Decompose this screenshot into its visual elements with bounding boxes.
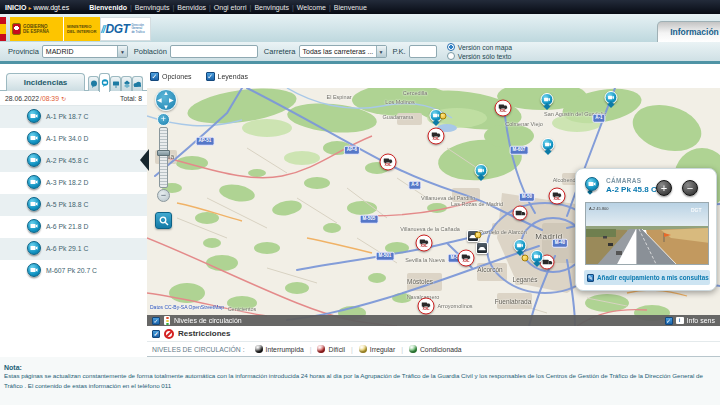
incident-list: A-1 Pk 18.7 CA-1 Pk 34.0 DA-2 Pk 45.8 CA… [0,106,147,282]
truck-restriction-sign[interactable]: XXL [428,128,445,145]
layers-icon [123,80,131,88]
carretera-select[interactable]: Todas las carreteras ...▼ [299,45,387,58]
incident-row[interactable]: A-5 Pk 18.8 C [0,194,147,216]
ministerio-label: MINISTERIODEL INTERIOR [67,24,96,35]
radio-version-mapa[interactable] [447,43,455,51]
map-magnifier-button[interactable] [155,212,172,229]
incident-row[interactable]: M-607 Pk 20.7 C [0,260,147,282]
tab-paneles[interactable] [110,76,121,91]
incident-row[interactable]: A-6 Pk 21.8 D [0,216,147,238]
camera-zoom-in-button[interactable]: + [656,180,672,196]
map-town-label: Sevilla la Nueva [405,257,444,263]
map-attribution: Datos CC-By-SA OpenStreetMap [150,304,224,310]
incident-dot[interactable] [440,113,447,120]
separator: | [292,4,294,11]
balloon-icon [90,80,98,88]
welcome-bar: INICIO ▸ www.dgt.es Bienvenido|Benvingut… [0,0,720,14]
separator: | [401,346,403,353]
footer-note: Nota: Estas páginas se actualizan consta… [0,357,720,405]
incident-row[interactable]: A-1 Pk 34.0 D [0,128,147,150]
opciones-checkbox[interactable]: ✓ [150,72,159,81]
camera-marker-icon [27,241,41,255]
vehicle-cluster-icon[interactable] [476,242,488,254]
leyendas-label: Leyendas [218,73,248,80]
welcome-link[interactable]: Benvinguts [135,4,170,11]
camera-marker-icon [27,131,41,145]
tab-nieve[interactable] [132,76,143,91]
camera-map-pin[interactable] [514,239,527,252]
truck-restriction-sign[interactable]: XXL [495,100,512,117]
zoom-out-button[interactable]: − [157,189,170,202]
welcome-link[interactable]: Benvinguts [254,4,289,11]
road-shield: M-40 [552,239,568,248]
incident-row[interactable]: A-3 Pk 18.2 D [0,172,147,194]
zoom-in-button[interactable]: + [157,113,170,126]
road-shield: M-501 [376,252,395,261]
welcome-link[interactable]: Bienvenido [89,4,127,11]
road-shield: A-1 [592,114,605,123]
sidebar-collapse-arrow[interactable] [140,149,149,171]
niveles-checkbox[interactable]: ✓ [152,317,160,325]
truck-restriction-sign[interactable]: XXL [549,188,566,205]
camera-map-pin[interactable] [542,138,555,151]
note-body: Estas páginas se actualizan constantemen… [4,371,720,390]
dgt-logo-subtext: Dirección Generalde Tráfico [131,24,150,35]
incident-dot[interactable] [475,232,482,239]
camera-map-pin[interactable] [531,250,544,263]
legend-item: Irregular [359,345,395,353]
incident-row[interactable]: A-2 Pk 45.8 C [0,150,147,172]
camera-marker-icon [27,109,41,123]
welcome-link[interactable]: Bienvenue [334,4,367,11]
welcome-link[interactable]: Welcome [297,4,326,11]
map-town-label: Guadarrama [383,114,414,120]
tab-incidencias[interactable]: Incidencias [6,73,85,91]
poblacion-input[interactable] [170,45,258,58]
incident-row[interactable]: A-6 Pk 29.1 C [0,238,147,260]
map-pan-control[interactable]: ▲ ◀ ▶ ▼ [154,86,178,114]
camera-map-pin[interactable] [475,164,488,177]
map-town-label: Cercedilla [403,90,427,96]
truck-incident-sign[interactable] [513,206,528,221]
separator: | [250,4,252,11]
radio-version-texto[interactable] [447,52,455,60]
site-link[interactable]: www.dgt.es [33,4,69,11]
niveles-bar: ✓ Niveles de circulación ✓ i Info sens [147,315,720,326]
add-equipment-link[interactable]: ✎ Añadir equipamiento a mis consultas [584,270,710,285]
tab-meteo[interactable] [121,76,132,91]
camera-map-pin[interactable] [541,93,554,106]
tab-obras[interactable] [88,76,99,91]
legend-label: Difícil [328,346,345,353]
info-checkbox[interactable]: ✓ [665,317,673,325]
truck-restriction-sign[interactable]: XXL [380,154,397,171]
legend-title: NIVELES DE CIRCULACIÓN : [152,346,245,353]
welcome-link[interactable]: Benvidos [177,4,206,11]
truck-restriction-sign[interactable]: XXL [418,298,435,315]
zoom-track[interactable] [159,127,168,188]
dgt-logo: // DGT Dirección Generalde Tráfico [100,17,151,41]
truck-restriction-sign[interactable]: XXL [458,250,475,267]
legend-label: Irregular [370,346,395,353]
restricciones-checkbox[interactable]: ✓ [152,330,160,338]
provincia-select[interactable]: MADRID▼ [42,45,128,58]
leyendas-checkbox[interactable]: ✓ [206,72,215,81]
welcome-link[interactable]: Ongi etorri [214,4,247,11]
tab-camaras[interactable] [99,73,110,92]
coat-of-arms-icon [12,23,21,35]
date-label: 28.06.2022 [5,95,39,102]
truck-restriction-sign[interactable]: XXL [416,235,433,252]
map-town-label: Alcorcón [477,266,502,273]
zoom-handle[interactable] [157,150,170,156]
incident-row[interactable]: A-1 Pk 18.7 C [0,106,147,128]
opciones-label: Opciones [162,73,192,80]
map-town-label: Leganés [513,276,538,283]
pk-input[interactable] [409,45,437,58]
incidents-date-row: 28.06.2022 /08:39 ↻ Total: 8 [0,91,147,106]
inicio-link[interactable]: INICIO [5,4,26,11]
map-town-label: Cenicientos [228,306,257,312]
refresh-icon[interactable]: ↻ [61,95,66,102]
camera-zoom-out-button[interactable]: − [682,180,698,196]
incident-dot[interactable] [522,255,529,262]
camera-marker-icon [27,219,41,233]
tab-informacion[interactable]: Información [657,21,720,42]
camera-map-pin[interactable] [605,91,618,104]
